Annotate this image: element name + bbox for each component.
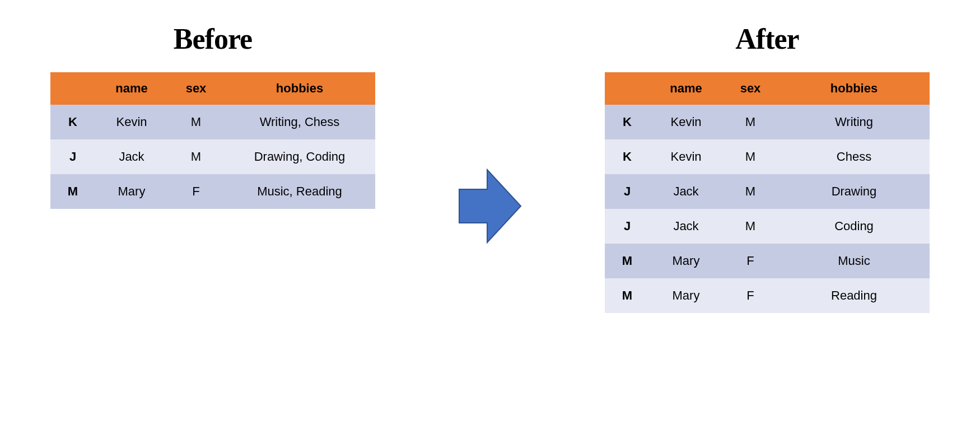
cell-hobbies: Drawing, Coding	[224, 139, 375, 174]
cell-hobbies: Reading	[778, 278, 930, 313]
cell-name: Jack	[650, 174, 722, 209]
col-header-sex: sex	[722, 72, 778, 105]
cell-sex: F	[722, 278, 778, 313]
table-row: M Mary F Music	[605, 244, 930, 278]
col-header-name: name	[650, 72, 722, 105]
cell-hobbies: Music	[778, 244, 930, 278]
row-index: K	[50, 105, 95, 139]
after-table-body: K Kevin M Writing K Kevin M Chess J Jack…	[605, 105, 930, 313]
table-row: J Jack M Drawing, Coding	[50, 139, 375, 174]
col-header-index	[50, 72, 95, 105]
arrow-right-icon	[456, 161, 524, 251]
col-header-hobbies: hobbies	[224, 72, 375, 105]
cell-sex: M	[722, 105, 778, 139]
row-index: M	[50, 174, 95, 209]
table-row: M Mary F Reading	[605, 278, 930, 313]
row-index: M	[605, 278, 650, 313]
cell-sex: F	[722, 244, 778, 278]
diagram-container: Before name sex hobbies K Kevin M Writin…	[0, 0, 980, 313]
row-index: K	[605, 139, 650, 174]
cell-sex: M	[722, 139, 778, 174]
cell-hobbies: Writing, Chess	[224, 105, 375, 139]
table-row: J Jack M Coding	[605, 209, 930, 244]
cell-hobbies: Coding	[778, 209, 930, 244]
table-row: J Jack M Drawing	[605, 174, 930, 209]
before-title: Before	[174, 22, 252, 55]
col-header-name: name	[95, 72, 168, 105]
cell-sex: M	[168, 105, 224, 139]
before-table-body: K Kevin M Writing, Chess J Jack M Drawin…	[50, 105, 375, 209]
before-header-row: name sex hobbies	[50, 72, 375, 105]
after-table: name sex hobbies K Kevin M Writing K Kev…	[605, 72, 930, 313]
table-row: K Kevin M Writing, Chess	[50, 105, 375, 139]
cell-sex: F	[168, 174, 224, 209]
before-panel: Before name sex hobbies K Kevin M Writin…	[50, 22, 375, 209]
cell-name: Mary	[650, 278, 722, 313]
cell-hobbies: Drawing	[778, 174, 930, 209]
col-header-index	[605, 72, 650, 105]
before-table: name sex hobbies K Kevin M Writing, Ches…	[50, 72, 375, 209]
cell-name: Kevin	[650, 105, 722, 139]
cell-name: Mary	[95, 174, 168, 209]
cell-name: Mary	[650, 244, 722, 278]
cell-name: Jack	[650, 209, 722, 244]
arrow-container	[456, 161, 524, 253]
cell-hobbies: Music, Reading	[224, 174, 375, 209]
cell-sex: M	[722, 209, 778, 244]
cell-sex: M	[722, 174, 778, 209]
after-panel: After name sex hobbies K Kevin M Writing	[605, 22, 930, 313]
cell-hobbies: Writing	[778, 105, 930, 139]
after-title: After	[735, 22, 799, 55]
cell-name: Jack	[95, 139, 168, 174]
col-header-hobbies: hobbies	[778, 72, 930, 105]
table-row: K Kevin M Chess	[605, 139, 930, 174]
table-row: K Kevin M Writing	[605, 105, 930, 139]
after-header-row: name sex hobbies	[605, 72, 930, 105]
cell-name: Kevin	[650, 139, 722, 174]
svg-marker-0	[459, 170, 521, 242]
cell-hobbies: Chess	[778, 139, 930, 174]
cell-sex: M	[168, 139, 224, 174]
row-index: J	[605, 174, 650, 209]
row-index: J	[605, 209, 650, 244]
row-index: M	[605, 244, 650, 278]
row-index: J	[50, 139, 95, 174]
row-index: K	[605, 105, 650, 139]
table-row: M Mary F Music, Reading	[50, 174, 375, 209]
col-header-sex: sex	[168, 72, 224, 105]
cell-name: Kevin	[95, 105, 168, 139]
